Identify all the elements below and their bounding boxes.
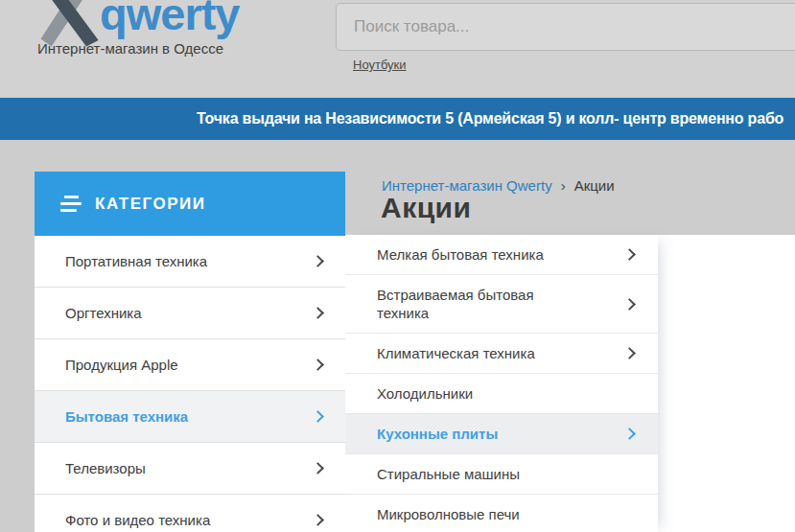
subcategory-flyout-panel: Мелкая бытовая техника Встраиваемая быто… (345, 235, 795, 532)
subcategory-item[interactable]: Климатическая техника (345, 334, 658, 374)
category-item[interactable]: Оргтехника (35, 288, 345, 339)
category-label: Оргтехника (65, 305, 142, 321)
subcategory-list: Мелкая бытовая техника Встраиваемая быто… (345, 235, 658, 532)
breadcrumb-current: Акции (574, 177, 615, 194)
category-item[interactable]: Телевизоры (35, 443, 345, 495)
category-label: Бытовая техника (65, 408, 188, 425)
subcategory-label: Встраиваемая бытовая техника (377, 286, 569, 322)
search-suggestion-link[interactable]: Ноутбуки (353, 58, 407, 72)
category-item[interactable]: Фото и видео техника (35, 495, 345, 532)
subcategory-label: Стиральные машины (377, 465, 520, 483)
logo-tagline: Интернет-магазин в Одессе (37, 40, 223, 57)
search-input[interactable] (336, 3, 795, 51)
notice-banner: Точка выдачи на Независимости 5 (Армейск… (0, 98, 795, 140)
categories-menu-title: КАТЕГОРИИ (95, 195, 205, 214)
subcategory-label: Климатическая техника (377, 344, 535, 362)
chevron-right-icon (623, 298, 636, 311)
breadcrumb-separator-icon: › (561, 177, 566, 194)
chevron-right-icon (312, 255, 324, 267)
chevron-right-icon (312, 307, 324, 319)
page: qwerty Интернет-магазин в Одессе Ноутбук… (0, 0, 795, 532)
page-title: Акции (381, 192, 472, 224)
category-item[interactable]: Продукция Apple (35, 339, 345, 391)
subcategory-item[interactable]: Стиральные машины (345, 454, 658, 495)
hamburger-menu-icon (60, 196, 82, 212)
subcategory-label: Кухонные плиты (377, 425, 498, 443)
chevron-right-icon (312, 462, 324, 474)
notice-banner-text: Точка выдачи на Независимости 5 (Армейск… (197, 98, 783, 140)
category-label: Портативная техника (65, 253, 207, 269)
categories-menu: КАТЕГОРИИ Портативная техника Оргтехника… (35, 172, 345, 532)
chevron-right-icon (312, 410, 324, 423)
category-label: Продукция Apple (65, 357, 178, 373)
chevron-right-icon (312, 359, 324, 371)
category-item[interactable]: Портативная техника (35, 236, 345, 288)
subcategory-item[interactable]: Встраиваемая бытовая техника (345, 275, 658, 334)
subcategory-item[interactable]: Микроволновые печи (345, 495, 658, 532)
category-list: Портативная техника Оргтехника Продукция… (35, 236, 345, 532)
chevron-right-icon (623, 347, 636, 359)
site-header: qwerty Интернет-магазин в Одессе Ноутбук… (0, 0, 795, 98)
subcategory-item[interactable]: Кухонные плиты (345, 414, 658, 454)
chevron-right-icon (623, 428, 636, 440)
subcategory-item[interactable]: Мелкая бытовая техника (345, 235, 658, 275)
subcategory-label: Холодильники (377, 384, 473, 403)
category-item[interactable]: Бытовая техника (35, 391, 345, 443)
category-label: Фото и видео техника (65, 512, 210, 528)
subcategory-label: Микроволновые печи (377, 505, 520, 523)
chevron-right-icon (623, 248, 636, 261)
subcategory-item[interactable]: Холодильники (345, 374, 658, 414)
categories-menu-header[interactable]: КАТЕГОРИИ (35, 172, 345, 236)
chevron-right-icon (312, 514, 324, 526)
subcategory-label: Мелкая бытовая техника (377, 245, 544, 264)
category-label: Телевизоры (65, 460, 146, 476)
